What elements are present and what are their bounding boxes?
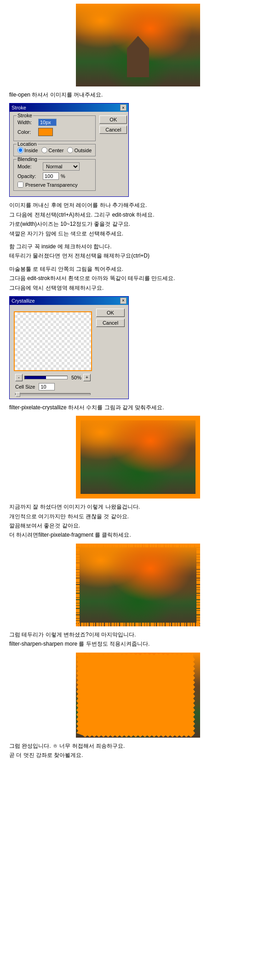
blending-group-label: Blending bbox=[17, 156, 38, 162]
step1-text: file-open 하셔서 이미지를 꺼내주세요. bbox=[9, 90, 267, 99]
stroke-dialog-title: Stroke bbox=[12, 105, 26, 110]
color-swatch[interactable] bbox=[38, 128, 53, 136]
radio-row: Inside Center Outside bbox=[17, 147, 92, 153]
final-line2: 곧 더 멋진 강좌로 찾아뵐게요. bbox=[9, 751, 267, 760]
crystallize-progress-fill bbox=[25, 376, 46, 379]
crystallize-dialog-title: Crystallize bbox=[12, 298, 35, 304]
crystallize-minus-btn[interactable]: - bbox=[15, 374, 23, 381]
radio-center[interactable]: Center bbox=[41, 147, 63, 153]
slider-thumb[interactable] bbox=[16, 392, 20, 397]
mode-label: Mode: bbox=[17, 164, 43, 169]
slider-container bbox=[13, 393, 92, 395]
location-group: Location Inside Center bbox=[13, 144, 96, 156]
radio-center-label: Center bbox=[48, 148, 63, 153]
crystallize-plus-btn[interactable]: + bbox=[83, 374, 91, 381]
radio-outside-input[interactable] bbox=[67, 147, 73, 153]
step2-line4: 색깔은 자기가 맘에 드는 색으로 선택해주세요. bbox=[9, 229, 267, 238]
step5-text: filter-pixelate-crystallize 하셔서 수치를 그림과 … bbox=[9, 403, 267, 412]
step3-text: 함 그리구 꼭 inside 에 체크하셔야 합니다. 테두리가 물러졌다면 먼… bbox=[9, 242, 267, 261]
crystallize-cancel-button[interactable]: Cancel bbox=[96, 319, 125, 327]
percent-label: % bbox=[61, 173, 65, 179]
width-label: Width: bbox=[17, 120, 38, 125]
result-image-1 bbox=[76, 416, 200, 499]
step6-text: 지금까지 잘 하셨다면 이미지가 이렇게 나왔을겁니다. 개인적으로 여기까지만… bbox=[9, 502, 267, 540]
result-image-2 bbox=[76, 544, 200, 626]
cellsize-input[interactable] bbox=[39, 383, 55, 390]
crystallize-percent: 50% bbox=[69, 375, 83, 380]
step7-line2: filter-sharpen-sharpen more 를 두번정도 적용시켜줍… bbox=[9, 639, 267, 648]
top-image bbox=[76, 4, 200, 86]
stroke-dialog-titlebar: Stroke × bbox=[10, 103, 128, 112]
crystallize-dialog-body: - 50% + Cell Size bbox=[10, 305, 128, 399]
crystallize-dialog: Crystallize × - 50% + bbox=[9, 296, 129, 399]
location-group-label: Location bbox=[17, 141, 38, 147]
step4-line2: 그다음 edit-strok하셔서 흰색으로 아까와 똑같이 테두리를 만드세요… bbox=[9, 274, 267, 283]
radio-outside[interactable]: Outside bbox=[67, 147, 92, 153]
blending-group: Blending Mode: Normal Opacity: % bbox=[13, 159, 96, 191]
crystallize-dialog-titlebar: Crystallize × bbox=[10, 297, 128, 305]
crystallize-preview bbox=[14, 311, 92, 371]
main-container: file-open 하셔서 이미지를 꺼내주세요. Stroke × Strok… bbox=[0, 0, 276, 767]
mode-row: Mode: Normal bbox=[17, 162, 92, 171]
result-image-2-inner bbox=[76, 544, 200, 626]
stroke-dialog-close[interactable]: × bbox=[120, 104, 126, 111]
result-image-3 bbox=[76, 653, 200, 738]
step3-line2: 테두리가 물러졌다면 먼저 전체선택을 해제하구요(ctrl+D) bbox=[9, 251, 267, 260]
radio-inside-label: Inside bbox=[24, 148, 38, 153]
opacity-row: Opacity: % bbox=[17, 172, 92, 180]
stroke-group-label: Stroke bbox=[17, 113, 33, 118]
cellsize-row: Cell Size bbox=[13, 381, 92, 392]
opacity-input[interactable] bbox=[43, 172, 59, 180]
step3-line1: 함 그리구 꼭 inside 에 체크하셔야 합니다. bbox=[9, 242, 267, 251]
slider-track[interactable] bbox=[15, 393, 91, 395]
step2-text: 이미지를 꺼내신 후에 먼저 레이어를 하나 추가해주세요. 그 다음에 전체선… bbox=[9, 201, 267, 238]
step6-line3: 깔끔해보여서 좋은것 같아요. bbox=[9, 521, 267, 530]
radio-outside-label: Outside bbox=[74, 148, 92, 153]
stroke-dialog: Stroke × Stroke Width: Color: bbox=[9, 103, 129, 197]
cellsize-label: Cell Size bbox=[15, 384, 35, 390]
radio-inside-input[interactable] bbox=[17, 147, 23, 153]
step6-line4: 더 하시려면filter-pixelate-fragment 를 클릭하세요. bbox=[9, 530, 267, 539]
radio-center-input[interactable] bbox=[41, 147, 47, 153]
stroke-dialog-body: Stroke Width: Color: Location bbox=[10, 112, 128, 196]
opacity-label: Opacity: bbox=[17, 173, 43, 179]
preserve-label: Preserve Transparency bbox=[25, 182, 78, 188]
step4-text: 마술봉툴 로 테두리 안쪽의 그림을 찍어주세요. 그다음 edit-strok… bbox=[9, 264, 267, 292]
result-image-3-inner bbox=[76, 653, 200, 738]
preserve-row: Preserve Transparency bbox=[17, 182, 92, 188]
step7-text: 그럼 테두리가 이렇게 변하셨죠?이제 마지막입니다. filter-sharp… bbox=[9, 630, 267, 649]
final-text: 그럼 완성입니다. ㅎ 너무 허접해서 죄송하구요. 곧 더 멋진 강좌로 찾아… bbox=[9, 741, 267, 760]
step6-line2: 개인적으로 여기까지만 하셔도 괜찮을 것 같아요. bbox=[9, 512, 267, 521]
crystallize-progress bbox=[24, 376, 68, 379]
color-label: Color: bbox=[17, 129, 38, 135]
color-row: Color: bbox=[17, 128, 92, 136]
stroke-ok-button[interactable]: OK bbox=[99, 115, 127, 124]
crystallize-ok-button[interactable]: OK bbox=[96, 309, 125, 317]
step6-line1: 지금까지 잘 하셨다면 이미지가 이렇게 나왔을겁니다. bbox=[9, 502, 267, 511]
crystallize-dialog-buttons: OK Cancel bbox=[92, 309, 125, 395]
result-image-1-inner bbox=[76, 416, 200, 499]
step4-line1: 마술봉툴 로 테두리 안쪽의 그림을 찍어주세요. bbox=[9, 264, 267, 274]
preserve-checkbox[interactable] bbox=[17, 182, 23, 188]
step7-line1: 그럼 테두리가 이렇게 변하셨죠?이제 마지막입니다. bbox=[9, 630, 267, 639]
width-row: Width: bbox=[17, 119, 92, 126]
final-line1: 그럼 완성입니다. ㅎ 너무 허접해서 죄송하구요. bbox=[9, 741, 267, 751]
radio-inside[interactable]: Inside bbox=[17, 147, 38, 153]
crystallize-toolbar: - 50% + bbox=[13, 374, 92, 381]
step2-line3: 가로(width)사이즈는 10~12정도가 좋을것 같구요. bbox=[9, 219, 267, 229]
width-input[interactable] bbox=[38, 119, 57, 126]
step2-line2: 그 다음에 전체선택(ctrl+A)하세요. 그리구 edit-strok 하세… bbox=[9, 210, 267, 219]
step2-line1: 이미지를 꺼내신 후에 먼저 레이어를 하나 추가해주세요. bbox=[9, 201, 267, 210]
stroke-group: Stroke Width: Color: bbox=[13, 115, 96, 141]
crystallize-dialog-close[interactable]: × bbox=[120, 298, 126, 304]
step4-line3: 그다음에 역시 선택영역 해제하시구요. bbox=[9, 283, 267, 292]
mode-select[interactable]: Normal bbox=[43, 162, 80, 171]
stroke-cancel-button[interactable]: Cancel bbox=[99, 126, 127, 134]
stroke-dialog-buttons: OK Cancel bbox=[96, 115, 127, 193]
